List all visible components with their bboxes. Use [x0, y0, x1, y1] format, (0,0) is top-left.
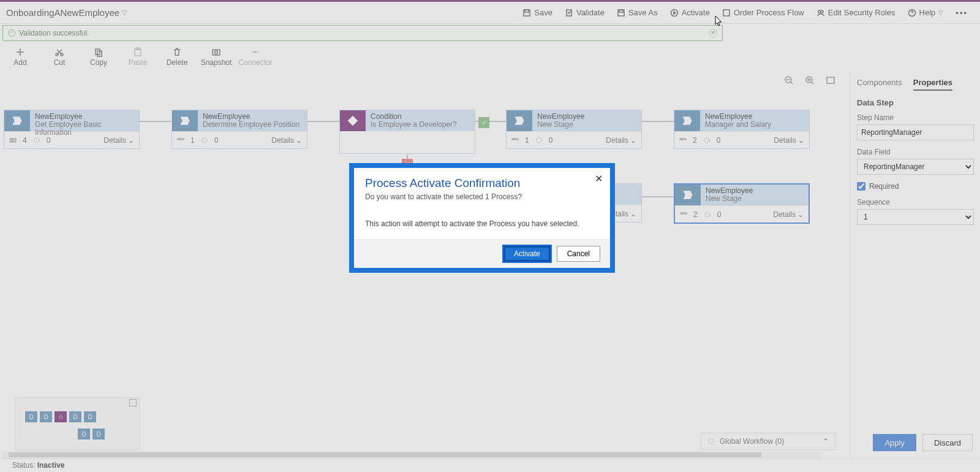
stage-card-selected[interactable]: NewEmployeeNew Stage 2 0 Details⌄ [674, 183, 810, 224]
details-toggle[interactable]: Details⌄ [774, 136, 804, 145]
help-icon [908, 9, 916, 17]
tab-components[interactable]: Components [857, 78, 902, 91]
discard-button[interactable]: Discard [922, 434, 973, 451]
wf-count: 0 [717, 210, 722, 219]
step-name-input[interactable] [857, 124, 974, 140]
chevron-down-icon: ⌄ [630, 136, 636, 145]
zoom-in-icon[interactable] [805, 75, 815, 85]
details-toggle[interactable]: Details⌄ [104, 136, 134, 145]
svg-rect-22 [12, 139, 16, 140]
apply-button[interactable]: Apply [873, 434, 916, 451]
dialog-subtitle: Do you want to activate the selected 1 P… [365, 192, 599, 201]
app-header: OnboardingANewEmployee ▽ Save Validate S… [0, 2, 980, 24]
details-toggle[interactable]: Details⌄ [606, 136, 636, 145]
validation-text: Validation successful. [19, 29, 89, 37]
save-button[interactable]: Save [516, 3, 559, 23]
properties-panel: Components Properties Data Step Step Nam… [850, 72, 980, 459]
details-toggle[interactable]: Details⌄ [271, 136, 302, 145]
svg-rect-33 [682, 139, 686, 140]
data-field-select[interactable]: ReportingManager [857, 159, 974, 175]
svg-rect-4 [619, 10, 623, 12]
ellipsis-icon: ••• [956, 8, 968, 17]
svg-point-17 [215, 51, 218, 54]
condition-card[interactable]: ConditionIs Employee a Developer? [339, 110, 475, 154]
process-title-text: OnboardingANewEmployee [6, 7, 119, 18]
steps-icon [9, 137, 17, 144]
horizontal-scrollbar[interactable] [2, 451, 821, 459]
details-toggle[interactable]: Details⌄ [773, 210, 804, 219]
process-title[interactable]: OnboardingANewEmployee ▽ [6, 7, 127, 18]
global-workflow-bar[interactable]: Global Workflow (0) ⌃ [701, 433, 835, 450]
minimap-node: D [84, 411, 96, 422]
status-bar: Status: Inactive [0, 459, 980, 472]
svg-rect-24 [12, 141, 16, 142]
stage-name: Is Employee a Developer? [371, 121, 470, 129]
svg-rect-21 [10, 139, 12, 140]
stage-card[interactable]: NewEmployeeDetermine Employee Position 1… [172, 110, 307, 149]
fit-screen-icon[interactable] [826, 75, 835, 85]
steps-count: 4 [23, 136, 27, 145]
steps-count: 1 [190, 136, 195, 145]
wf-count: 0 [549, 136, 553, 145]
validate-button[interactable]: Validate [559, 3, 611, 23]
stage-icon [4, 110, 30, 131]
save-as-label: Save As [628, 8, 658, 17]
order-label: Order Process Flow [734, 8, 804, 17]
stage-icon [507, 110, 532, 131]
roles-icon [816, 9, 825, 17]
workflow-icon [33, 137, 40, 144]
wf-count: 0 [717, 136, 721, 145]
stage-card[interactable]: NewEmployeeManager and Salary 2 0 Detail… [674, 110, 810, 149]
activate-button[interactable]: Activate [664, 3, 716, 23]
panel-section-title: Data Step [857, 98, 974, 107]
stage-card[interactable]: NewEmployeeGet Employee Basic Informatio… [4, 110, 140, 149]
activate-confirm-button[interactable]: Activate [503, 246, 551, 262]
delete-button[interactable]: Delete [160, 47, 194, 67]
tab-properties[interactable]: Properties [913, 78, 952, 91]
workflow-icon [703, 137, 710, 144]
close-icon[interactable]: ✕ [595, 173, 603, 185]
save-icon [522, 9, 531, 17]
sequence-select[interactable]: 1 [857, 209, 974, 225]
condition-icon [340, 110, 366, 131]
wf-count: 0 [47, 136, 51, 145]
plus-icon [15, 47, 25, 57]
required-checkbox[interactable]: Required [857, 182, 974, 191]
add-button[interactable]: Add [4, 47, 37, 67]
paste-button[interactable]: Paste [121, 47, 154, 67]
steps-icon [511, 137, 519, 144]
clipboard-icon [565, 9, 573, 17]
canvas-toolbar: Add Cut Copy Paste Delete Snapshot Conne… [0, 42, 980, 72]
svg-rect-23 [10, 141, 12, 142]
paste-icon [133, 47, 143, 57]
connector-icon [251, 47, 260, 57]
close-icon[interactable]: × [709, 29, 717, 37]
stage-card[interactable]: NewEmployeeNew Stage 1 0 Details⌄ [506, 110, 642, 149]
play-circle-icon [670, 9, 679, 17]
connector-button[interactable]: Connector [239, 47, 272, 67]
stage-name: New Stage [706, 195, 804, 203]
order-flow-button[interactable]: Order Process Flow [716, 3, 810, 23]
global-workflow-label: Global Workflow (0) [720, 437, 784, 446]
stage-name: Determine Employee Position [203, 121, 302, 129]
stage-icon [675, 185, 701, 205]
edit-roles-button[interactable]: Edit Security Roles [810, 3, 902, 23]
snapshot-button[interactable]: Snapshot [200, 47, 233, 67]
cut-button[interactable]: Cut [43, 47, 76, 67]
more-button[interactable]: ••• [949, 3, 974, 23]
copy-button[interactable]: Copy [82, 47, 115, 67]
required-checkbox-input[interactable] [857, 182, 865, 191]
save-as-button[interactable]: Save As [611, 3, 664, 23]
minimap-node: D [78, 428, 90, 440]
svg-point-25 [34, 138, 39, 143]
zoom-out-icon[interactable] [784, 75, 794, 85]
popout-icon[interactable] [129, 399, 137, 406]
minimap[interactable]: D D ◇ D D D D [15, 397, 140, 450]
chevron-down-icon: ⌄ [797, 210, 804, 219]
cancel-button[interactable]: Cancel [557, 246, 600, 262]
svg-point-38 [709, 439, 714, 444]
chevron-down-icon: ⌄ [296, 136, 302, 145]
save-as-icon [617, 9, 625, 17]
help-button[interactable]: Help▽ [902, 3, 950, 23]
steps-icon [679, 137, 687, 144]
